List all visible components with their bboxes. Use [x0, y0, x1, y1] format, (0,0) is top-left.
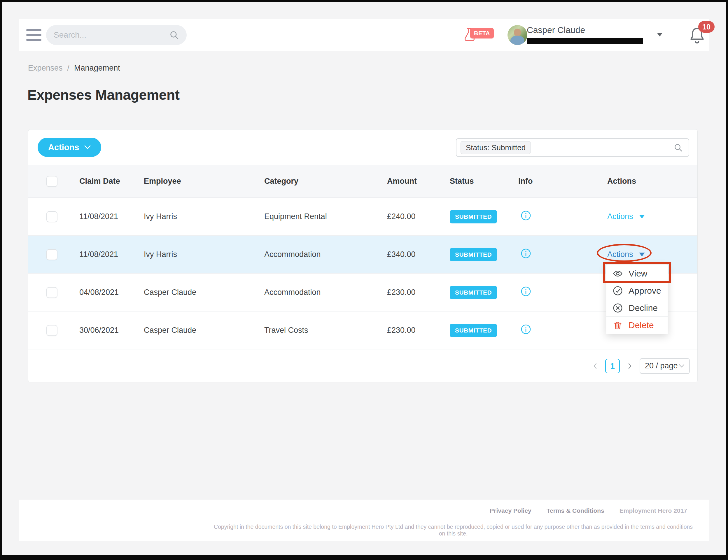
expenses-table-card: Actions Status: Submitted Claim Date Emp…: [28, 129, 698, 382]
menu-item-delete[interactable]: Delete: [606, 316, 668, 334]
pagination: 1 20 / page: [28, 349, 697, 382]
row-actions-button[interactable]: Actions: [607, 212, 645, 221]
table-row-highlighted: 11/08/2021 Ivy Harris Accommodation £340…: [28, 236, 697, 274]
previous-page-icon[interactable]: [591, 362, 599, 370]
row-checkbox[interactable]: [46, 325, 57, 336]
row-checkbox[interactable]: [46, 211, 57, 222]
claim-date-cell: 11/08/2021: [79, 250, 144, 259]
menu-item-view-label: View: [629, 269, 647, 279]
header-category: Category: [264, 177, 387, 186]
menu-item-approve[interactable]: Approve: [606, 282, 668, 299]
approve-check-circle-icon: [613, 286, 623, 296]
header-employee: Employee: [144, 177, 264, 186]
privacy-policy-link[interactable]: Privacy Policy: [490, 507, 531, 514]
top-navigation-bar: BETA Casper Claude 10: [19, 19, 709, 51]
breadcrumb-expenses[interactable]: Expenses: [28, 64, 63, 73]
status-badge: SUBMITTED: [450, 210, 497, 223]
chevron-down-icon: [84, 145, 91, 149]
status-badge: SUBMITTED: [450, 324, 497, 337]
footer: Privacy Policy Terms & Conditions Employ…: [19, 500, 709, 541]
trash-icon: [613, 320, 623, 330]
table-header-row: Claim Date Employee Category Amount Stat…: [28, 165, 697, 198]
page-title: Expenses Management: [27, 87, 179, 103]
breadcrumb-management: Management: [74, 64, 120, 73]
category-cell: Accommodation: [264, 250, 387, 259]
breadcrumb: Expenses / Management: [28, 64, 120, 73]
row-checkbox[interactable]: [46, 287, 57, 298]
category-cell: Equipment Rental: [264, 212, 387, 221]
employee-cell: Ivy Harris: [144, 250, 264, 259]
terms-conditions-link[interactable]: Terms & Conditions: [547, 507, 604, 514]
user-avatar[interactable]: [507, 25, 527, 45]
user-name[interactable]: Casper Claude: [527, 25, 585, 35]
menu-item-delete-label: Delete: [629, 320, 654, 330]
header-status: Status: [450, 177, 518, 186]
category-cell: Travel Costs: [264, 326, 387, 335]
employee-cell: Casper Claude: [144, 326, 264, 335]
row-checkbox[interactable]: [46, 249, 57, 260]
expense-filter-input[interactable]: Status: Submitted: [456, 138, 689, 157]
employment-hero-link[interactable]: Employment Hero 2017: [619, 507, 687, 514]
global-search-field[interactable]: [46, 25, 187, 45]
row-actions-label: Actions: [607, 212, 633, 221]
app-background: BETA Casper Claude 10 Expenses / Managem…: [0, 0, 728, 560]
page-size-value: 20 / page: [645, 361, 678, 370]
header-claim-date: Claim Date: [79, 177, 144, 186]
bulk-actions-button[interactable]: Actions: [38, 138, 101, 157]
claim-date-cell: 30/06/2021: [79, 326, 144, 335]
redacted-user-email: [527, 38, 643, 44]
header-actions: Actions: [607, 177, 697, 186]
caret-down-icon: [639, 215, 645, 218]
page-number-button[interactable]: 1: [605, 359, 620, 373]
row-actions-button-open[interactable]: Actions: [607, 250, 645, 259]
employee-cell: Ivy Harris: [144, 212, 264, 221]
status-badge: SUBMITTED: [450, 286, 497, 299]
claim-date-cell: 04/08/2021: [79, 288, 144, 297]
header-info: Info: [518, 177, 607, 186]
amount-cell: £230.00: [387, 326, 450, 335]
copyright-text: Copyright in the documents on this site …: [211, 524, 695, 537]
select-all-checkbox[interactable]: [46, 176, 57, 187]
row-actions-label: Actions: [607, 250, 633, 259]
page-size-select[interactable]: 20 / page: [640, 358, 690, 374]
eye-icon: [613, 269, 623, 279]
search-input[interactable]: [54, 30, 169, 40]
chevron-down-icon: [679, 364, 685, 368]
status-badge: SUBMITTED: [450, 248, 497, 261]
decline-x-circle-icon: [613, 303, 623, 313]
employee-cell: Casper Claude: [144, 288, 264, 297]
search-icon: [169, 30, 179, 40]
category-cell: Accommodation: [264, 288, 387, 297]
table-row: 11/08/2021 Ivy Harris Equipment Rental £…: [28, 198, 697, 236]
next-page-icon[interactable]: [626, 362, 634, 370]
beta-badge: BETA: [470, 28, 494, 39]
user-menu-caret-icon[interactable]: [657, 33, 663, 36]
menu-item-approve-label: Approve: [629, 286, 661, 296]
info-icon[interactable]: [521, 286, 531, 297]
amount-cell: £230.00: [387, 288, 450, 297]
notification-count-badge: 10: [698, 21, 715, 33]
filter-search-icon: [673, 143, 683, 152]
info-icon[interactable]: [521, 324, 531, 335]
amount-cell: £240.00: [387, 212, 450, 221]
menu-item-decline-label: Decline: [629, 303, 658, 313]
header-amount: Amount: [387, 177, 450, 186]
table-row: 04/08/2021 Casper Claude Accommodation £…: [28, 274, 697, 311]
bulk-actions-label: Actions: [48, 143, 79, 152]
caret-down-icon: [639, 253, 645, 256]
hamburger-menu-icon[interactable]: [26, 29, 41, 41]
info-icon[interactable]: [521, 210, 531, 221]
menu-item-decline[interactable]: Decline: [606, 299, 668, 316]
amount-cell: £340.00: [387, 250, 450, 259]
table-toolbar: Actions Status: Submitted: [28, 129, 697, 165]
claim-date-cell: 11/08/2021: [79, 212, 144, 221]
row-actions-menu: View Approve Decline Delete: [606, 264, 668, 334]
footer-links: Privacy Policy Terms & Conditions Employ…: [490, 507, 687, 514]
table-row: 30/06/2021 Casper Claude Travel Costs £2…: [28, 311, 697, 349]
info-icon[interactable]: [521, 248, 531, 259]
breadcrumb-separator: /: [67, 64, 70, 73]
status-filter-chip[interactable]: Status: Submitted: [461, 141, 531, 154]
menu-item-view[interactable]: View: [606, 265, 668, 282]
